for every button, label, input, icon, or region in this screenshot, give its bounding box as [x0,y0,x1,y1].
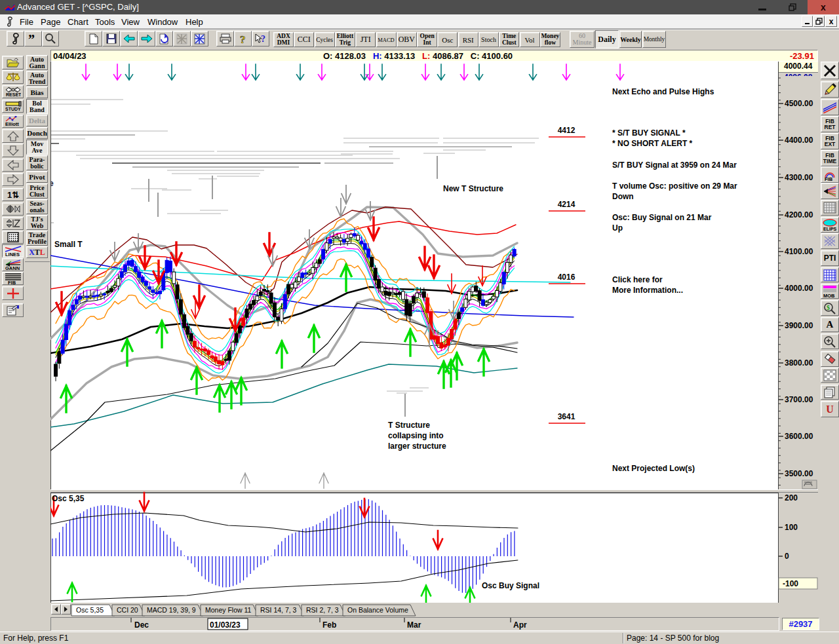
svg-text:On Balance Volume: On Balance Volume [347,606,408,614]
svg-text:3600.00: 3600.00 [785,432,813,441]
svg-text:Osc 5,35: Osc 5,35 [52,494,85,503]
svg-text:STUDY: STUDY [5,107,21,111]
svg-text:* S/T BUY SIGNAL *: * S/T BUY SIGNAL * [612,128,686,138]
svg-text:larger structure: larger structure [388,442,446,451]
svg-text:$: $ [827,304,830,311]
svg-text:4000.00: 4000.00 [785,284,813,293]
svg-text:Down: Down [612,192,634,201]
svg-text:GANN: GANN [5,265,20,271]
svg-text:0: 0 [785,552,789,561]
svg-text:200: 200 [785,493,798,502]
svg-text:Mar: Mar [407,620,421,630]
svg-text:More Information...: More Information... [612,286,683,295]
svg-text:100: 100 [785,523,798,532]
svg-text:4016: 4016 [558,273,576,282]
svg-text:RESET: RESET [6,92,21,97]
svg-text:Osc 5,35: Osc 5,35 [76,606,104,614]
svg-text:4100.00: 4100.00 [785,247,813,256]
svg-text:New T Structure: New T Structure [443,184,503,193]
svg-text:Up: Up [612,223,623,233]
svg-text:Next Echo and Pulse Highs: Next Echo and Pulse Highs [612,87,714,96]
svg-text:1⇅1: 1⇅1 [7,190,20,200]
svg-text:Small T: Small T [54,240,83,249]
svg-text:4500.00: 4500.00 [785,99,813,108]
svg-text:3700.00: 3700.00 [785,395,813,404]
svg-text:4214: 4214 [558,200,576,209]
svg-text:Next Projected Low(s): Next Projected Low(s) [612,464,695,473]
svg-text:Click here for: Click here for [612,275,663,284]
svg-text:4400.00: 4400.00 [785,136,813,145]
svg-text:4200.00: 4200.00 [785,210,813,219]
svg-text:FIB: FIB [825,176,833,181]
svg-text:3900.00: 3900.00 [785,321,813,330]
svg-text:3641: 3641 [558,412,576,421]
svg-text:”: ” [28,34,35,43]
svg-text:Apr: Apr [513,620,527,630]
svg-text:Feb: Feb [322,620,336,630]
svg-text:Elliott: Elliott [5,121,19,126]
svg-text:RSI 14, 7, 3: RSI 14, 7, 3 [260,606,297,614]
svg-text:MACD 19, 39, 9: MACD 19, 39, 9 [147,606,196,614]
svg-text:4412: 4412 [558,126,576,135]
svg-text:e: e [50,179,54,188]
svg-text:MOB: MOB [823,293,835,298]
svg-text:CCI 20: CCI 20 [117,606,138,614]
svg-text:-100: -100 [783,579,798,588]
svg-text:Money Flow 11: Money Flow 11 [205,606,252,614]
svg-text:T volume Osc: positive on 29 M: T volume Osc: positive on 29 Mar [612,181,737,191]
svg-text:4300.00: 4300.00 [785,173,813,182]
svg-text:3800.00: 3800.00 [785,358,813,368]
svg-text:FIB: FIB [8,280,16,284]
svg-text:S/T BUY Signal at 3959 on 24 M: S/T BUY Signal at 3959 on 24 Mar [612,161,737,170]
svg-text:collapsing into: collapsing into [388,431,444,440]
svg-text:Osc: Buy Signal on 21 Mar: Osc: Buy Signal on 21 Mar [612,213,712,222]
svg-text:?: ? [261,34,265,44]
svg-text:RSI 2, 7, 3: RSI 2, 7, 3 [306,606,339,614]
svg-text:T Structure: T Structure [388,421,430,430]
svg-text:Dec: Dec [134,620,149,630]
svg-text:01/03/23: 01/03/23 [210,620,241,630]
svg-text:Osc Buy Signal: Osc Buy Signal [482,581,539,590]
svg-text:?: ? [240,33,246,45]
svg-text:ELIPS: ELIPS [823,227,837,231]
svg-text:3500.00: 3500.00 [785,469,813,478]
svg-text:* NO SHORT ALERT *: * NO SHORT ALERT * [612,139,693,148]
svg-text:LINES: LINES [5,252,20,257]
